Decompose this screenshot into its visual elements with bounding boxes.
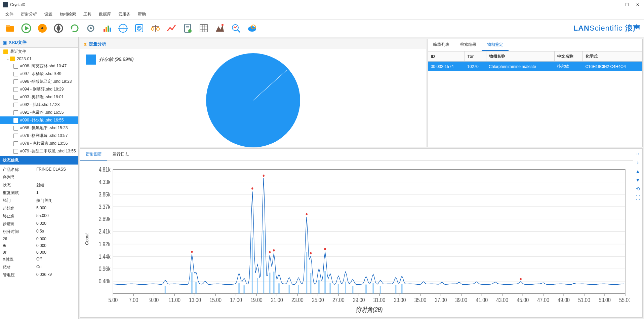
file-icon: [13, 149, 18, 154]
svg-text:31.00: 31.00: [373, 297, 386, 303]
tree-folder-recent[interactable]: 最近文件: [0, 48, 78, 56]
trend-button[interactable]: [165, 22, 178, 35]
chart-tool-up[interactable]: ▲: [635, 168, 641, 174]
svg-text:7.00: 7.00: [129, 297, 138, 303]
folder-open-button[interactable]: [3, 22, 17, 35]
chart-tool-pan-h[interactable]: ↔: [635, 151, 641, 157]
analysis-search-button[interactable]: [229, 22, 243, 35]
svg-text:0.48k: 0.48k: [99, 278, 111, 285]
result-tab-2[interactable]: 物相鉴定: [482, 39, 509, 51]
svg-text:27.00: 27.00: [332, 297, 345, 303]
file-icon: [13, 95, 18, 100]
gear-button[interactable]: [84, 22, 97, 35]
svg-text:0.96k: 0.96k: [99, 266, 111, 272]
svg-text:衍射角(2θ): 衍射角(2θ): [356, 306, 383, 313]
target-button[interactable]: [116, 22, 130, 35]
status-row: 终止角55.000: [0, 212, 78, 220]
minimize-button[interactable]: —: [614, 2, 618, 7]
menu-帮助[interactable]: 帮助: [134, 10, 149, 19]
result-tab-0[interactable]: 峰线列表: [428, 39, 455, 51]
svg-text:15.00: 15.00: [209, 297, 222, 303]
file-icon: [13, 79, 18, 84]
svg-text:45.00: 45.00: [517, 297, 529, 303]
svg-text:35.00: 35.00: [414, 297, 427, 303]
hourglass-icon: ⧗: [84, 41, 87, 47]
svg-text:11.00: 11.00: [168, 297, 180, 303]
file-tree[interactable]: 最近文件 ⌄ 2023-01 #098- 阿莫西林.shd 10:47#097 …: [0, 48, 78, 156]
close-button[interactable]: ✕: [635, 2, 640, 7]
file-item[interactable]: #094 - 别嘌醇.shd 18:29: [0, 85, 78, 93]
refresh-button[interactable]: [68, 22, 81, 35]
folder-icon: [3, 49, 8, 54]
status-row: 状态就绪: [0, 181, 78, 189]
svg-rect-1: [6, 25, 10, 27]
grid-button[interactable]: [197, 22, 210, 35]
result-tab-1[interactable]: 检索结果: [455, 39, 482, 51]
svg-rect-13: [110, 28, 111, 32]
svg-rect-28: [200, 25, 207, 32]
status-header: 状态信息: [0, 156, 78, 165]
diffraction-chart[interactable]: Count 0.48k0.96k1.44k1.92k2.41k2.89k3.37…: [80, 161, 633, 317]
svg-text:13.00: 13.00: [189, 297, 201, 303]
window-title: CrystalX: [10, 2, 614, 7]
spectrum-button[interactable]: [100, 22, 114, 35]
status-row: 步进角0.020: [0, 220, 78, 228]
peaks-button[interactable]: [213, 22, 227, 35]
play-button[interactable]: [19, 22, 33, 35]
menu-物相检索[interactable]: 物相检索: [56, 10, 79, 19]
file-icon: [13, 126, 18, 131]
svg-rect-10: [104, 29, 105, 32]
menu-云服务[interactable]: 云服务: [115, 10, 134, 19]
file-item[interactable]: #078 - 克拉霉素.shd 13:56: [0, 140, 78, 147]
file-icon: [13, 64, 18, 69]
menu-工具[interactable]: 工具: [80, 10, 95, 19]
file-item[interactable]: #079 -盐酸二甲双胍 .shd 13:55: [0, 147, 78, 155]
svg-point-27: [188, 29, 192, 33]
cloud-gear-button[interactable]: [245, 22, 259, 35]
svg-text:9.00: 9.00: [149, 297, 159, 303]
file-item[interactable]: #097 -水杨酸 .shd 9:49: [0, 70, 78, 78]
file-icon: [13, 72, 18, 76]
menu-设置[interactable]: 设置: [41, 10, 56, 19]
svg-rect-11: [106, 27, 107, 32]
chart-tool-reset[interactable]: ⟲: [635, 186, 641, 192]
file-item[interactable]: #098- 阿莫西林.shd 10:47: [0, 62, 78, 70]
fingerprint-button[interactable]: [132, 22, 146, 35]
file-item[interactable]: #093 -奥硝唑 .shd 18:01: [0, 93, 78, 101]
app-icon: [3, 2, 8, 7]
tree-folder-month[interactable]: ⌄ 2023-01: [0, 56, 78, 62]
file-item[interactable]: #091 -克霉唑 .shd 16:55: [0, 109, 78, 116]
balance-button[interactable]: [149, 22, 162, 35]
menu-衍射分析[interactable]: 衍射分析: [17, 10, 40, 19]
file-item[interactable]: #088 -氨氯地平 .shd 15:23: [0, 124, 78, 132]
svg-text:1.44k: 1.44k: [99, 253, 111, 260]
svg-point-145: [324, 248, 326, 250]
window-titlebar: CrystalX — ☐ ✕: [0, 0, 644, 9]
chart-tool-pan-v[interactable]: ↕: [635, 159, 641, 166]
svg-text:2.41k: 2.41k: [99, 228, 111, 235]
chart-tool-fullscreen[interactable]: ⛶: [635, 194, 641, 201]
file-item[interactable]: #096 -醋酸氯己定 .shd 19:23: [0, 78, 78, 85]
svg-point-19: [138, 27, 140, 29]
file-icon: [13, 103, 18, 107]
chart-tool-down[interactable]: ▼: [635, 177, 641, 183]
svg-text:29.00: 29.00: [353, 297, 365, 303]
svg-point-138: [191, 251, 193, 253]
svg-text:55.00: 55.00: [619, 297, 630, 303]
aperture-button[interactable]: [52, 22, 65, 35]
result-row[interactable]: 00-032-157410270Chlorpheniramine maleate…: [428, 62, 642, 72]
maximize-button[interactable]: ☐: [625, 2, 629, 7]
file-item[interactable]: #076 -格列吡嗪 .shd 13:57: [0, 132, 78, 140]
menu-数据库[interactable]: 数据库: [95, 10, 114, 19]
report-button[interactable]: [181, 22, 194, 35]
file-panel-icon: ▣: [3, 40, 7, 45]
file-item[interactable]: #090 -扑尔敏 .shd 16:55: [0, 116, 78, 124]
menu-文件[interactable]: 文件: [2, 10, 17, 19]
svg-marker-3: [25, 26, 29, 31]
status-row: 产品名称FRINGE CLASS: [0, 166, 78, 174]
status-row: θr0.000: [0, 249, 78, 256]
svg-rect-0: [6, 26, 14, 32]
radiation-button[interactable]: [36, 22, 49, 35]
svg-text:2.89k: 2.89k: [99, 216, 111, 222]
file-item[interactable]: #092 - 肌醇.shd 17:28: [0, 101, 78, 109]
